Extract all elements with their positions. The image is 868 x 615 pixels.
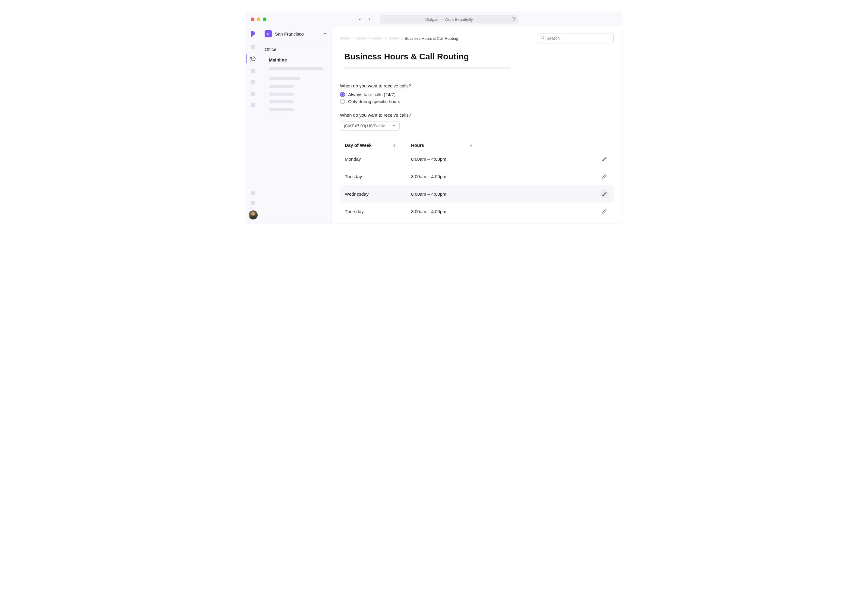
rail-item-placeholder[interactable]	[251, 103, 255, 107]
cell-hours: 8:00am – 4:00pm	[411, 192, 600, 197]
table-row: Tuesday 8:00am – 4:00pm	[340, 168, 614, 185]
search-input[interactable]	[546, 36, 610, 41]
breadcrumb-separator: /	[401, 36, 402, 41]
timezone-select[interactable]: (GMT-07:00) US/Pacific	[340, 121, 400, 131]
radio-indicator	[340, 99, 345, 104]
breadcrumb: / / / / Business Hours & Call Routing	[340, 36, 458, 41]
column-header-day[interactable]: Day of Week ▲▼	[345, 143, 411, 148]
table-header: Day of Week ▲▼ Hours ▲▼	[340, 140, 614, 150]
traffic-lights	[251, 17, 266, 21]
sidebar: SF San Francisco Office Mainline	[260, 27, 332, 223]
column-header-hours[interactable]: Hours ▲▼	[411, 143, 483, 148]
maximize-window-button[interactable]	[263, 17, 266, 21]
cell-day: Monday	[345, 156, 411, 162]
sort-icon: ▲▼	[469, 144, 472, 147]
chevron-down-icon	[323, 32, 327, 36]
app-window: Dialpad — Work Beautifully	[246, 12, 622, 223]
chevron-down-icon	[393, 124, 396, 128]
close-window-button[interactable]	[251, 17, 254, 21]
svg-point-0	[251, 212, 255, 215]
main-content: / / / / Business Hours & Call Routing	[332, 27, 622, 223]
breadcrumb-placeholder[interactable]	[388, 37, 399, 39]
rail-item-placeholder[interactable]	[251, 92, 255, 96]
edit-hours-button[interactable]	[600, 189, 609, 198]
radio-specific-hours[interactable]: Only during specific hours	[340, 99, 614, 104]
search-box[interactable]	[537, 33, 614, 44]
title-bar: Dialpad — Work Beautifully	[246, 12, 622, 27]
search-icon	[541, 36, 545, 41]
question-receive-calls-1: When do you want to receive calls?	[340, 83, 614, 88]
sidebar-group	[265, 75, 331, 114]
table-row: Thursday 8:00am – 4:00pm	[340, 203, 614, 220]
breadcrumb-separator: /	[353, 36, 354, 41]
forward-button[interactable]	[368, 17, 371, 21]
location-badge: SF	[265, 30, 272, 37]
rail-item-placeholder[interactable]	[251, 45, 255, 49]
breadcrumb-separator: /	[369, 36, 370, 41]
top-row: / / / / Business Hours & Call Routing	[340, 33, 614, 44]
app-logo-icon[interactable]	[250, 31, 257, 37]
sidebar-item-mainline[interactable]: Mainline	[260, 54, 331, 67]
table-row: Monday 8:00am – 4:00pm	[340, 150, 614, 168]
minimize-window-button[interactable]	[257, 17, 260, 21]
edit-hours-button[interactable]	[600, 155, 609, 163]
column-label: Hours	[411, 143, 424, 148]
sidebar-placeholder	[270, 108, 293, 111]
rail-item-placeholder[interactable]	[251, 69, 255, 73]
rail-item-placeholder[interactable]	[251, 80, 255, 84]
table-row: Friday 8:00am – 4:00pm	[340, 220, 614, 223]
sidebar-placeholder	[270, 92, 293, 95]
sidebar-placeholder	[269, 67, 323, 70]
address-bar-title: Dialpad — Work Beautifully	[425, 17, 473, 22]
rail-item-placeholder[interactable]	[251, 191, 255, 195]
table-row: Wednesday 8:00am – 4:00pm	[340, 185, 614, 203]
cell-day: Wednesday	[345, 192, 411, 197]
breadcrumb-placeholder[interactable]	[356, 37, 366, 39]
radio-indicator-selected	[340, 92, 345, 97]
breadcrumb-placeholder[interactable]	[340, 37, 350, 39]
svg-line-3	[544, 39, 544, 39]
rail-item-placeholder[interactable]	[251, 201, 255, 205]
reload-icon[interactable]	[511, 17, 515, 22]
back-button[interactable]	[358, 17, 362, 21]
sidebar-placeholder	[270, 77, 299, 80]
history-icon[interactable]	[251, 56, 256, 61]
column-label: Day of Week	[345, 143, 372, 148]
hours-table: Day of Week ▲▼ Hours ▲▼ Monday 8:00am – …	[340, 140, 614, 223]
sidebar-placeholder	[270, 85, 293, 88]
edit-hours-button[interactable]	[600, 207, 609, 216]
sidebar-section-office[interactable]: Office	[260, 41, 331, 54]
cell-hours: 8:00am – 4:00pm	[411, 174, 600, 179]
icon-rail	[246, 27, 260, 223]
breadcrumb-current: Business Hours & Call Routing	[405, 36, 458, 41]
cell-day: Thursday	[345, 209, 411, 214]
radio-always-take-calls[interactable]: Always take calls (24/7)	[340, 92, 614, 97]
user-avatar[interactable]	[249, 211, 258, 220]
nav-arrows	[358, 17, 371, 21]
breadcrumb-separator: /	[385, 36, 386, 41]
sidebar-placeholder	[270, 100, 293, 103]
timezone-value: (GMT-07:00) US/Pacific	[344, 123, 385, 128]
title-underline	[344, 67, 511, 69]
radio-label: Always take calls (24/7)	[348, 92, 396, 97]
location-name: San Francisco	[275, 31, 320, 36]
question-receive-calls-2: When do you want to receive calls?	[340, 112, 614, 117]
breadcrumb-placeholder[interactable]	[372, 37, 382, 39]
sidebar-placeholders	[260, 67, 331, 70]
sort-icon: ▲▼	[393, 144, 396, 147]
address-bar[interactable]: Dialpad — Work Beautifully	[380, 15, 518, 23]
cell-hours: 8:00am – 4:00pm	[411, 209, 600, 214]
app-body: SF San Francisco Office Mainline	[246, 27, 622, 223]
location-picker[interactable]: SF San Francisco	[260, 27, 331, 41]
radio-group-call-hours: Always take calls (24/7) Only during spe…	[340, 92, 614, 104]
cell-hours: 8:00am – 4:00pm	[411, 156, 600, 162]
edit-hours-button[interactable]	[600, 172, 609, 181]
svg-point-1	[250, 216, 257, 220]
page-title: Business Hours & Call Routing	[344, 52, 614, 61]
radio-label: Only during specific hours	[348, 99, 400, 104]
cell-day: Tuesday	[345, 174, 411, 179]
